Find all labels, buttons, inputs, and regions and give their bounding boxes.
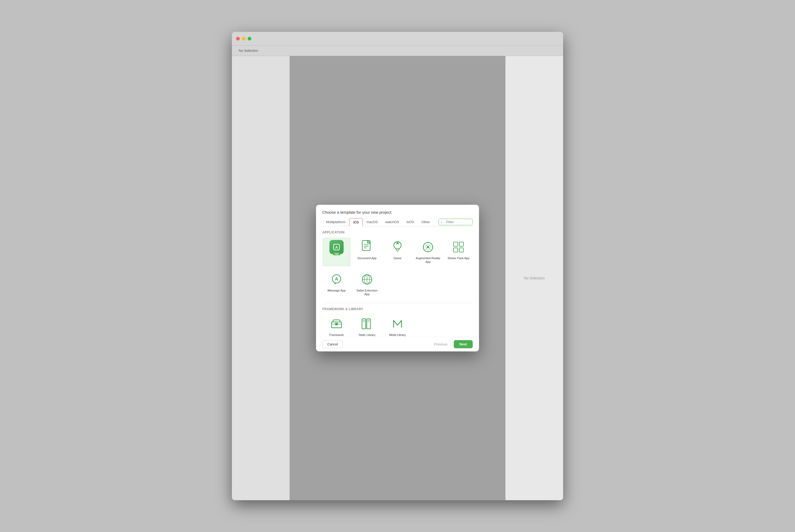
metal-icon-svg	[391, 317, 404, 331]
document-app-icon	[360, 240, 374, 254]
tab-multiplatform[interactable]: Multiplatform	[322, 218, 349, 226]
application-grid: A App	[322, 238, 473, 299]
template-imessage-app[interactable]: A iMessage App	[322, 270, 351, 299]
svg-rect-12	[459, 242, 463, 246]
template-metal-library[interactable]: Metal Library	[383, 314, 412, 337]
application-section-header: Application	[322, 230, 473, 234]
svg-rect-13	[454, 248, 458, 252]
template-imessage-app-label: iMessage App	[327, 289, 345, 292]
right-panel-no-selection: No Selection	[524, 276, 545, 280]
svg-rect-14	[459, 248, 463, 252]
ar-icon-svg	[421, 240, 435, 254]
secondary-toolbar: No Selection	[232, 45, 563, 56]
svg-text:A: A	[335, 245, 338, 249]
app-icon-svg: A	[333, 243, 340, 251]
metal-library-icon	[391, 317, 404, 331]
content-area: Choose a template for your new project: …	[290, 56, 505, 500]
filter-input[interactable]	[438, 219, 473, 225]
modal-body: Application A	[316, 226, 479, 337]
previous-button: Previous	[430, 340, 451, 348]
template-safari-ext-label: Safari Extension App	[354, 289, 380, 296]
tab-macos[interactable]: macOS	[363, 218, 381, 226]
modal-footer: Cancel Previous Next	[316, 337, 479, 352]
traffic-lights	[236, 37, 251, 40]
template-static-library[interactable]: Static Library	[353, 314, 381, 337]
template-sticker-pack-label: Sticker Pack App	[448, 256, 469, 260]
framework-icon	[329, 317, 344, 331]
template-ar-app[interactable]: Augmented Reality App	[414, 238, 442, 267]
template-framework-label: Framework	[329, 333, 344, 337]
main-area: Choose a template for your new project: …	[232, 56, 563, 500]
tab-ios[interactable]: iOS	[349, 218, 363, 226]
svg-line-7	[396, 249, 398, 251]
template-metal-library-label: Metal Library	[389, 333, 406, 337]
search-icon: ⌕	[441, 220, 443, 224]
game-icon	[391, 240, 404, 254]
static-library-icon-svg	[360, 317, 374, 331]
cancel-button[interactable]: Cancel	[322, 340, 343, 348]
template-ar-app-label: Augmented Reality App	[415, 256, 441, 264]
footer-right: Previous Next	[430, 340, 473, 348]
imessage-icon-svg: A	[329, 272, 344, 286]
fullscreen-button[interactable]	[248, 37, 251, 40]
sidebar	[232, 56, 290, 500]
framework-icon-svg	[329, 317, 344, 331]
svg-line-8	[398, 249, 399, 251]
new-project-modal: Choose a template for your new project: …	[316, 205, 479, 352]
imessage-icon: A	[329, 272, 344, 286]
app-icon-wrapper: A App	[329, 240, 344, 254]
close-button[interactable]	[236, 37, 240, 40]
svg-rect-23	[335, 323, 338, 325]
minimize-button[interactable]	[242, 37, 246, 40]
template-app[interactable]: A App	[322, 238, 351, 267]
tab-bar: Multiplatform iOS macOS watchOS	[322, 218, 473, 226]
template-document-app[interactable]: Document App	[353, 238, 381, 267]
document-icon-svg	[361, 240, 373, 254]
title-bar	[232, 32, 563, 45]
svg-point-10	[427, 246, 429, 248]
template-framework[interactable]: Framework	[322, 314, 351, 337]
modal-header: Choose a template for your new project: …	[316, 205, 479, 226]
template-sticker-pack[interactable]: Sticker Pack App	[444, 238, 473, 267]
template-document-app-label: Document App	[358, 256, 377, 260]
tab-other[interactable]: Other	[418, 218, 434, 226]
modal-overlay: Choose a template for your new project: …	[290, 56, 505, 500]
template-game-label: Game	[394, 256, 401, 260]
safari-icon-svg	[360, 272, 374, 286]
svg-text:A: A	[335, 277, 338, 281]
game-icon-svg	[391, 240, 404, 254]
tab-watchos[interactable]: watchOS	[381, 218, 403, 226]
right-panel: No Selection	[505, 56, 563, 500]
xcode-window: No Selection Choose a template for your …	[232, 32, 563, 500]
framework-section-header: Framework & Library	[322, 307, 473, 311]
ar-app-icon	[421, 240, 435, 254]
safari-extension-icon	[360, 272, 374, 286]
tab-tvos[interactable]: tvOS	[403, 218, 418, 226]
svg-rect-11	[454, 242, 458, 246]
static-library-icon	[360, 317, 374, 331]
template-game[interactable]: Game	[383, 238, 412, 267]
framework-grid: Framework	[322, 314, 473, 337]
next-button[interactable]: Next	[454, 340, 473, 348]
template-static-library-label: Static Library	[359, 333, 375, 337]
modal-title: Choose a template for your new project:	[322, 210, 473, 214]
sticker-icon-svg	[451, 240, 466, 254]
sticker-pack-icon	[451, 240, 466, 254]
filter-container: ⌕	[438, 219, 473, 225]
app-badge: App	[333, 252, 340, 255]
template-safari-ext[interactable]: Safari Extension App	[353, 270, 381, 299]
section-divider	[322, 303, 473, 303]
no-selection-label: No Selection	[236, 48, 261, 54]
